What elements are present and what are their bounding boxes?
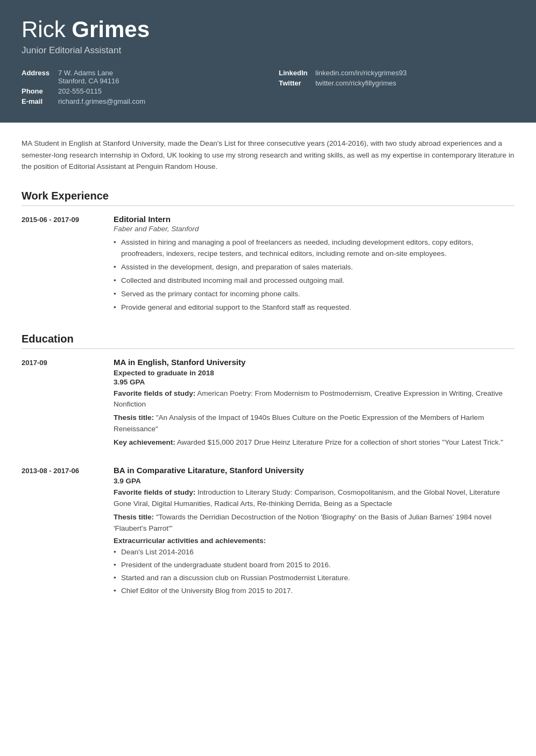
linkedin-value: linkedin.com/in/rickygrimes93 — [315, 69, 407, 77]
work-bullet-0-0: Assisted in hiring and managing a pool o… — [114, 237, 514, 260]
edu-thesis-label-0: Thesis title: — [114, 413, 154, 422]
edu-achievement-label-0: Key achievement: — [114, 438, 175, 446]
twitter-block: Twitter twitter.com/rickyfillygrimes — [279, 79, 514, 87]
edu-thesis-value-1: "Towards the Derridian Decostruction of … — [114, 513, 491, 532]
address-line1: 7 W. Adams Lane — [58, 69, 119, 77]
phone-value: 202-555-0115 — [58, 87, 102, 95]
extracurricular-bullet-1-0: Dean's List 2014-2016 — [114, 547, 514, 558]
work-bullet-0-1: Assisted in the development, design, and… — [114, 262, 514, 273]
edu-thesis-label-1: Thesis title: — [114, 513, 154, 521]
edu-thesis-0: Thesis title: "An Analysis of the Impact… — [114, 412, 514, 435]
extracurricular-bullets-1: Dean's List 2014-2016 President of the u… — [114, 547, 514, 597]
edu-dates-0: 2017-09 — [22, 358, 105, 451]
edu-content-1: BA in Comparative Litarature, Stanford U… — [114, 466, 514, 598]
email-value: richard.f.grimes@gmail.com — [58, 97, 145, 105]
edu-entry-1: 2013-08 - 2017-06 BA in Comparative Lita… — [22, 466, 514, 598]
linkedin-label: LinkedIn — [279, 69, 311, 77]
twitter-value: twitter.com/rickyfillygrimes — [315, 79, 396, 87]
work-content-0: Editorial Intern Faber and Faber, Stanfo… — [114, 215, 514, 316]
linkedin-block: LinkedIn linkedin.com/in/rickygrimes93 — [279, 69, 514, 77]
edu-content-0: MA in English, Stanford University Expec… — [114, 358, 514, 451]
edu-achievement-0: Key achievement: Awarded $15,000 2017 Dr… — [114, 437, 514, 448]
edu-gpa-0: 3.95 GPA — [114, 378, 514, 386]
work-entry-0: 2015-06 - 2017-09 Editorial Intern Faber… — [22, 215, 514, 316]
edu-thesis-value-0: "An Analysis of the Impact of 1940s Blue… — [114, 413, 484, 433]
work-experience-title: Work Experience — [22, 190, 514, 206]
edu-achievement-value-0: Awarded $15,000 2017 Drue Heinz Literatu… — [177, 438, 503, 446]
last-name: Grimes — [72, 17, 150, 42]
work-bullets-0: Assisted in hiring and managing a pool o… — [114, 237, 514, 313]
edu-field-1: Favorite fields of study: Introduction t… — [114, 487, 514, 510]
address-block: Address 7 W. Adams Lane Stanford, CA 941… — [22, 69, 257, 85]
resume-header: Rick Grimes Junior Editorial Assistant A… — [0, 0, 536, 123]
edu-gpa-1: 3.9 GPA — [114, 477, 514, 485]
edu-thesis-1: Thesis title: "Towards the Derridian Dec… — [114, 512, 514, 534]
job-title-0: Editorial Intern — [114, 215, 514, 224]
work-experience-section: Work Experience 2015-06 - 2017-09 Editor… — [22, 190, 514, 316]
main-content: MA Student in English at Stanford Univer… — [0, 123, 536, 630]
email-block: E-mail richard.f.grimes@gmail.com — [22, 97, 257, 105]
work-bullet-0-3: Served as the primary contact for incomi… — [114, 289, 514, 300]
edu-degree-1: BA in Comparative Litarature, Stanford U… — [114, 466, 514, 475]
edu-dates-1: 2013-08 - 2017-06 — [22, 466, 105, 598]
extracurricular-bullet-1-2: Started and ran a discussion club on Rus… — [114, 573, 514, 584]
email-label: E-mail — [22, 97, 54, 105]
edu-entry-0: 2017-09 MA in English, Stanford Universi… — [22, 358, 514, 451]
candidate-name: Rick Grimes — [22, 17, 514, 42]
edu-expected-0: Expected to graduate in 2018 — [114, 369, 514, 377]
first-name: Rick — [22, 17, 72, 42]
education-section: Education 2017-09 MA in English, Stanfor… — [22, 333, 514, 598]
company-0: Faber and Faber, Stanford — [114, 225, 514, 233]
address-value: 7 W. Adams Lane Stanford, CA 94116 — [58, 69, 119, 85]
twitter-label: Twitter — [279, 79, 311, 87]
work-dates-0: 2015-06 - 2017-09 — [22, 215, 105, 316]
contact-grid: Address 7 W. Adams Lane Stanford, CA 941… — [22, 69, 514, 108]
address-label: Address — [22, 69, 54, 77]
edu-field-label-1: Favorite fields of study: — [114, 488, 195, 496]
edu-field-label-0: Favorite fields of study: — [114, 389, 195, 397]
work-bullet-0-2: Collected and distributed incoming mail … — [114, 275, 514, 287]
edu-field-0: Favorite fields of study: American Poetr… — [114, 388, 514, 411]
summary-text: MA Student in English at Stanford Univer… — [22, 138, 514, 173]
phone-block: Phone 202-555-0115 — [22, 87, 257, 95]
education-title: Education — [22, 333, 514, 349]
extracurricular-bullet-1-3: Chief Editor of the University Blog from… — [114, 586, 514, 597]
contact-right: LinkedIn linkedin.com/in/rickygrimes93 T… — [279, 69, 514, 108]
extracurricular-title-1: Extracurricular activities and achieveme… — [114, 537, 514, 545]
work-bullet-0-4: Provide general and editorial support to… — [114, 302, 514, 313]
job-title: Junior Editorial Assistant — [22, 45, 514, 56]
contact-left: Address 7 W. Adams Lane Stanford, CA 941… — [22, 69, 257, 108]
extracurricular-bullet-1-1: President of the undergraduate student b… — [114, 560, 514, 571]
phone-label: Phone — [22, 87, 54, 95]
edu-degree-0: MA in English, Stanford University — [114, 358, 514, 367]
address-line2: Stanford, CA 94116 — [58, 77, 119, 85]
